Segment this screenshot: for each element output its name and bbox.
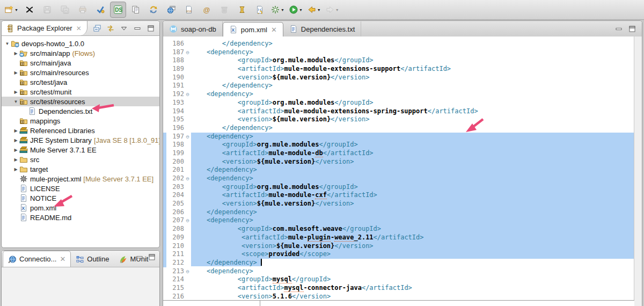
code-line-197[interactable]: 197⊖ <dependency> <box>163 133 634 141</box>
tree-item-src-main-resources[interactable]: ▶src/main/resources <box>2 68 159 77</box>
overview-ruler[interactable] <box>634 37 642 306</box>
save-all-button[interactable] <box>57 2 73 18</box>
collapsed-arrow-icon[interactable]: ▶ <box>12 148 19 152</box>
code-line-201[interactable]: 201 </dependency> <box>163 166 634 174</box>
tree-item-src-test-java[interactable]: src/test/java <box>2 77 159 87</box>
fold-marker-icon[interactable]: ⊖ <box>184 267 191 276</box>
code-line-204[interactable]: 204 <artifactId>mule-module-cxf</artifac… <box>163 191 634 200</box>
editor-tab-dependencies-txt[interactable]: Dependencies.txt <box>283 21 361 37</box>
code-line-193[interactable]: 193 <groupId>org.mule.modules</groupId> <box>163 99 634 107</box>
maximize-button[interactable] <box>628 25 636 33</box>
tree-item-src[interactable]: ▶src <box>2 155 159 164</box>
code-line-196[interactable]: 196 </dependency> <box>163 124 634 133</box>
collapsed-arrow-icon[interactable]: ▶ <box>12 157 19 162</box>
fold-marker-icon[interactable]: ⊖ <box>184 216 191 225</box>
tree-item-src-test-resources[interactable]: ▼src/test/resources <box>2 97 159 106</box>
minimize-button[interactable] <box>614 25 623 33</box>
tree-item-dependencies-txt[interactable]: Dependencies.txt <box>2 106 159 116</box>
fold-marker-icon[interactable]: ⊖ <box>184 133 191 141</box>
maximize-button[interactable] <box>148 253 156 261</box>
run-button[interactable]: ▼ <box>288 2 304 18</box>
tree-item-notice[interactable]: NOTICE <box>2 193 159 203</box>
external-tools-button[interactable]: ▼ <box>269 2 286 18</box>
annotation-button[interactable]: @ <box>199 2 215 18</box>
collapsed-arrow-icon[interactable]: ▶ <box>12 90 19 94</box>
editor-tab-soap-on-db[interactable]: soap-on-db <box>163 21 223 37</box>
code-line-203[interactable]: 203 <groupId>org.mule.modules</groupId> <box>163 183 634 192</box>
editor-body[interactable]: 186 </dependency>187⊖ <dependency>188 <g… <box>163 37 642 306</box>
collapse-all-button[interactable] <box>93 24 101 33</box>
tree-item-mappings[interactable]: mappings <box>2 116 159 126</box>
code-line-190[interactable]: 190 <version>${mule.version}</version> <box>163 74 634 82</box>
dropdown-arrow-icon[interactable]: ▼ <box>299 8 303 12</box>
xml-refresh-button[interactable] <box>252 2 268 18</box>
forward-button[interactable]: ▼ <box>324 2 341 18</box>
code-line-200[interactable]: 200 <version>${mule.version}</version> <box>163 158 634 166</box>
code-line-192[interactable]: 192⊖ <dependency> <box>163 90 634 99</box>
datasense-button[interactable]: DS <box>110 2 126 18</box>
tree-item-src-test-munit[interactable]: ▶src/test/munit <box>2 87 159 97</box>
minimize-button[interactable] <box>135 253 144 261</box>
editor-tab-pom-xml[interactable]: Xpom.xml✕ <box>223 22 283 37</box>
tab-package-explorer[interactable]: Package Explorer ✕ <box>2 21 87 35</box>
code-line-216[interactable]: 216 <version>5.1.6</version> <box>163 293 634 301</box>
print-button[interactable] <box>75 2 91 18</box>
back-button[interactable]: ▼ <box>306 2 323 18</box>
code-line-212[interactable]: 212 </dependency> <box>163 259 634 267</box>
tree-item-license[interactable]: LICENSE <box>2 184 159 193</box>
close-icon[interactable]: ✕ <box>271 26 277 34</box>
code-line-194[interactable]: 194 <artifactId>mule-module-extensions-s… <box>163 107 634 116</box>
collapsed-arrow-icon[interactable]: ▶ <box>12 51 19 56</box>
exchange-button[interactable] <box>21 2 38 18</box>
code-line-207[interactable]: 207⊖ <dependency> <box>163 216 634 225</box>
tree-item-mule-project-xml[interactable]: mule-project.xml [Mule Server 3.7.1 EE] <box>2 174 159 184</box>
tree-item-pom-xml[interactable]: Xpom.xml <box>2 203 159 213</box>
view-menu-button[interactable] <box>120 24 128 33</box>
code-line-208[interactable]: 208 <groupId>com.mulesoft.weave</groupId… <box>163 225 634 234</box>
copy-button[interactable] <box>128 2 144 18</box>
tree-item-src-main-app[interactable]: ▶src/main/app (Flows) <box>2 48 159 58</box>
close-icon[interactable]: ✕ <box>60 255 65 263</box>
code-line-191[interactable]: 191 </dependency> <box>163 82 634 90</box>
tree-item-devops-howto-1-0-0[interactable]: ▼devops-howto_1.0.0 <box>2 39 159 48</box>
code-line-211[interactable]: 211 <scope>provided</scope> <box>163 250 634 259</box>
tree-item-target[interactable]: ▶target <box>2 164 159 174</box>
tree-item-mule-server-3-7-1-ee[interactable]: ▶Mule Server 3.7.1 EE <box>2 145 159 155</box>
maximize-button[interactable] <box>147 24 155 33</box>
web-browser-button[interactable] <box>163 2 179 18</box>
save-button[interactable] <box>39 2 55 18</box>
new-wizard-button[interactable]: ▼ <box>3 2 20 18</box>
code-line-187[interactable]: 187⊖ <dependency> <box>163 48 634 57</box>
expanded-arrow-icon[interactable]: ▼ <box>12 99 19 104</box>
dropdown-arrow-icon[interactable]: ▼ <box>317 8 321 12</box>
tree-item-referenced-libraries[interactable]: ▶Referenced Libraries <box>2 126 159 135</box>
trash-button[interactable] <box>216 2 232 18</box>
close-icon[interactable]: ✕ <box>76 25 82 32</box>
ant-build-button[interactable] <box>234 2 250 18</box>
tree-item-readme-md[interactable]: README.md <box>2 213 159 222</box>
code-line-198[interactable]: 198 <groupId>org.mule.modules</groupId> <box>163 141 634 149</box>
code-line-202[interactable]: 202⊖ <dependency> <box>163 174 634 183</box>
expanded-arrow-icon[interactable]: ▼ <box>4 41 11 46</box>
dropdown-arrow-icon[interactable]: ▼ <box>14 8 18 12</box>
code-line-213[interactable]: 213⊖ <dependency> <box>163 267 634 276</box>
collapsed-arrow-icon[interactable]: ▶ <box>12 167 19 172</box>
collapsed-arrow-icon[interactable]: ▶ <box>12 128 19 133</box>
fold-marker-icon[interactable]: ⊖ <box>184 174 191 183</box>
code-line-209[interactable]: 209 <artifactId>mule-plugin-weave_2.11</… <box>163 234 634 242</box>
link-with-editor-button[interactable] <box>106 24 115 33</box>
code-line-186[interactable]: 186 </dependency> <box>163 40 634 48</box>
code-line-189[interactable]: 189 <artifactId>mule-module-extensions-s… <box>163 65 634 74</box>
collapsed-arrow-icon[interactable]: ▶ <box>12 70 19 75</box>
sync-button[interactable] <box>145 2 162 18</box>
code-area[interactable]: 186 </dependency>187⊖ <dependency>188 <g… <box>163 37 634 306</box>
code-line-188[interactable]: 188 <groupId>org.mule.modules</groupId> <box>163 56 634 65</box>
dropdown-arrow-icon[interactable]: ▼ <box>335 8 339 12</box>
code-line-199[interactable]: 199 <artifactId>mule-module-db</artifact… <box>163 149 634 158</box>
tree-item-jre-system-library[interactable]: ▶JRE System Library [Java SE 8 [1.8.0_91… <box>2 135 159 145</box>
bottom-tab-outline[interactable]: Outline <box>71 251 114 267</box>
fold-marker-icon[interactable]: ⊖ <box>184 48 191 57</box>
fold-marker-icon[interactable]: ⊖ <box>184 90 191 99</box>
code-line-215[interactable]: 215 <artifactId>mysql-connector-java</ar… <box>163 284 634 293</box>
code-line-210[interactable]: 210 <version>${mule.version}</version> <box>163 242 634 251</box>
